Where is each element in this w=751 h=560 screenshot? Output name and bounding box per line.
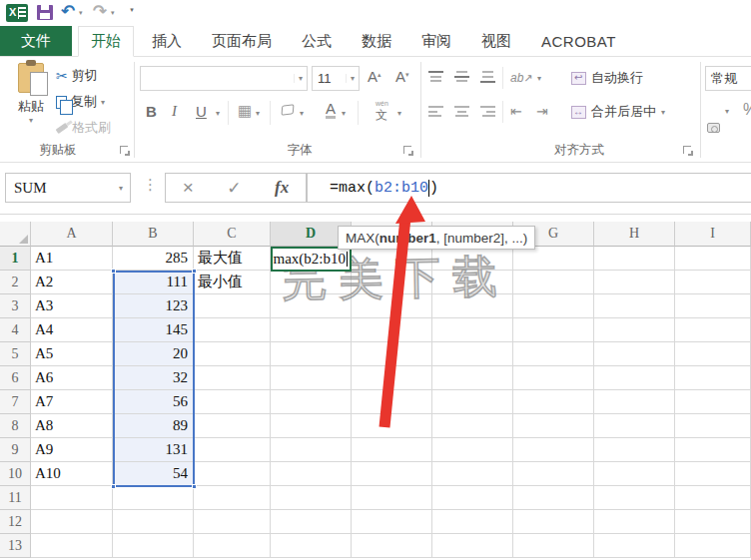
font-dialog-launcher-icon[interactable] — [403, 146, 411, 154]
row-header[interactable]: 3 — [0, 294, 31, 318]
cell[interactable] — [594, 318, 675, 342]
cell[interactable] — [513, 318, 594, 342]
cell[interactable] — [352, 390, 432, 414]
cell[interactable] — [432, 534, 513, 558]
cell[interactable] — [675, 414, 751, 438]
phonetic-dropdown-icon[interactable]: ▾ — [397, 109, 401, 118]
cell[interactable] — [594, 366, 675, 390]
name-box[interactable]: SUM ▾ — [5, 173, 131, 203]
cell[interactable] — [594, 390, 675, 414]
save-icon[interactable] — [37, 5, 53, 20]
cell[interactable] — [513, 366, 594, 390]
number-format-combobox[interactable]: 常规 — [705, 66, 751, 91]
tab-formulas[interactable]: 公式 — [290, 26, 344, 56]
cell[interactable]: A3 — [31, 294, 113, 318]
bold-button[interactable]: B — [146, 103, 157, 120]
cell[interactable] — [352, 510, 432, 534]
cell[interactable]: 89 — [113, 414, 194, 438]
cell[interactable]: 54 — [113, 462, 194, 486]
cell[interactable] — [432, 366, 513, 390]
cell[interactable] — [271, 462, 352, 486]
tab-file[interactable]: 文件 — [0, 26, 72, 56]
font-color-dropdown-icon[interactable]: ▾ — [342, 109, 346, 118]
cell[interactable] — [432, 318, 513, 342]
cell[interactable]: 56 — [113, 390, 194, 414]
cell[interactable] — [194, 318, 271, 342]
borders-icon[interactable]: ▦ — [238, 102, 252, 120]
cell[interactable] — [594, 534, 675, 558]
insert-function-icon[interactable]: fx — [275, 178, 289, 198]
cell[interactable] — [675, 510, 751, 534]
align-left-icon[interactable] — [427, 105, 444, 119]
cell[interactable] — [513, 247, 594, 271]
formula-bar-grip-icon[interactable]: ⋮ — [143, 176, 158, 194]
cell[interactable]: A2 — [31, 271, 113, 294]
cell[interactable]: 最小值 — [194, 271, 271, 294]
cell[interactable] — [352, 462, 432, 486]
cell[interactable] — [675, 247, 751, 271]
name-box-dropdown-icon[interactable]: ▾ — [119, 184, 130, 193]
row-header[interactable]: 13 — [0, 534, 31, 558]
column-header-b[interactable]: B — [113, 222, 194, 247]
cell[interactable] — [675, 438, 751, 462]
row-header[interactable]: 8 — [0, 414, 31, 438]
cell[interactable]: A7 — [31, 390, 113, 414]
column-header-i[interactable]: I — [675, 222, 751, 247]
cell[interactable] — [594, 486, 675, 510]
merge-center-dropdown-icon[interactable]: ▾ — [661, 108, 665, 117]
cell[interactable] — [194, 534, 271, 558]
cell[interactable] — [513, 414, 594, 438]
wrap-text-button[interactable]: 自动换行 — [571, 69, 643, 87]
active-cell-d1-editing[interactable]: =max(b2:b10 — [271, 247, 352, 272]
cell[interactable]: A9 — [31, 438, 113, 462]
row-header[interactable]: 6 — [0, 366, 31, 390]
cell[interactable]: A10 — [31, 462, 113, 486]
redo-dropdown-icon[interactable]: ▾ — [111, 9, 115, 17]
cell[interactable] — [271, 486, 352, 510]
undo-icon[interactable]: ↶ — [61, 1, 75, 22]
font-name-dropdown-icon[interactable]: ▾ — [294, 74, 307, 83]
cell[interactable] — [194, 294, 271, 318]
merge-center-button[interactable]: 合并后居中 ▾ — [571, 103, 665, 121]
cell[interactable]: 111 — [113, 271, 194, 294]
cell[interactable] — [432, 438, 513, 462]
column-header-a[interactable]: A — [31, 222, 113, 247]
italic-button[interactable]: I — [172, 103, 177, 120]
tab-view[interactable]: 视图 — [469, 26, 523, 56]
percent-style-icon[interactable]: % — [743, 101, 751, 119]
cell[interactable] — [594, 462, 675, 486]
font-name-combobox[interactable]: ▾ — [140, 66, 308, 91]
cell[interactable] — [271, 342, 352, 366]
cell[interactable] — [594, 247, 675, 271]
cell[interactable] — [675, 342, 751, 366]
cell[interactable] — [194, 390, 271, 414]
fill-color-dropdown-icon[interactable]: ▾ — [300, 109, 304, 118]
cell[interactable]: 32 — [113, 366, 194, 390]
cell[interactable] — [594, 342, 675, 366]
underline-dropdown-icon[interactable]: ▾ — [216, 109, 220, 118]
cell[interactable] — [675, 390, 751, 414]
undo-dropdown-icon[interactable]: ▾ — [79, 9, 83, 17]
tab-insert[interactable]: 插入 — [140, 26, 194, 56]
paste-button[interactable]: 粘贴 ▾ — [8, 63, 54, 149]
cell[interactable] — [352, 534, 432, 558]
cell[interactable]: A8 — [31, 414, 113, 438]
row-header[interactable]: 4 — [0, 318, 31, 342]
formula-input[interactable]: =max(b2:b10) — [307, 173, 751, 203]
cell[interactable] — [675, 271, 751, 294]
cell[interactable] — [194, 462, 271, 486]
cell[interactable] — [271, 390, 352, 414]
cut-button[interactable]: ✂ 剪切 — [56, 65, 98, 87]
cell[interactable] — [513, 271, 594, 294]
column-header-c[interactable]: C — [194, 222, 271, 247]
cell[interactable] — [675, 294, 751, 318]
cell[interactable] — [513, 510, 594, 534]
cell[interactable] — [675, 318, 751, 342]
cell[interactable] — [594, 510, 675, 534]
align-bottom-icon[interactable] — [479, 70, 496, 84]
row-header[interactable]: 10 — [0, 462, 31, 486]
cell[interactable] — [271, 366, 352, 390]
cell[interactable] — [352, 342, 432, 366]
cell[interactable] — [194, 510, 271, 534]
decrease-font-size-button[interactable]: A▾ — [395, 68, 409, 85]
